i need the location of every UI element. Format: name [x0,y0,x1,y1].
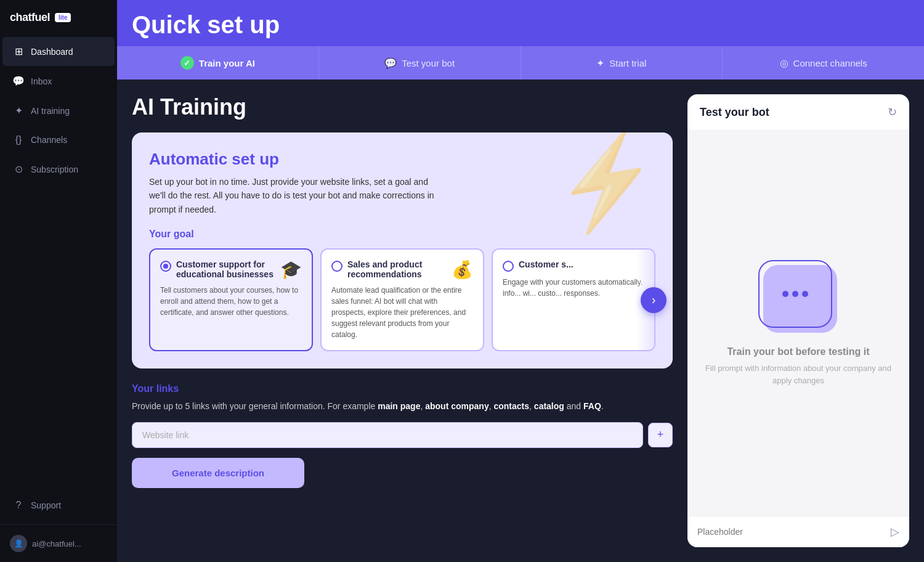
logo-badge: lite [55,13,71,22]
connect-channels-icon: ◎ [780,57,788,69]
sidebar-label-dashboard: Dashboard [31,47,73,57]
logo-area: chatfuel lite [0,0,117,36]
tab-label-connect-channels: Connect channels [793,58,867,68]
link-input-row: + [132,422,673,448]
refresh-icon[interactable]: ↻ [888,105,897,119]
goal-card-edu-title: Customer support for educational busines… [176,259,275,279]
send-icon[interactable]: ▷ [891,525,899,539]
ai-training-icon: ✦ [12,105,25,116]
sidebar-item-ai-training[interactable]: ✦ AI training [2,96,115,125]
sidebar-nav: ⊞ Dashboard 💬 Inbox ✦ AI training {} Cha… [0,36,117,264]
links-section-title: Your links [132,383,673,394]
goal-card-customer-header: Customer s... [503,259,644,272]
plus-icon: + [657,428,664,441]
subscription-icon: ⊙ [12,163,25,175]
goal-card-sales-header: Sales and product recommendations 💰 [331,259,473,280]
chat-illustration [758,260,838,334]
logo-text: chatfuel [10,11,50,24]
user-avatar: 👤 [10,535,27,552]
test-bot-input[interactable] [697,527,891,537]
tab-label-start-trial: Start trial [609,58,646,68]
tabs-row: ✓ Train your AI 💬 Test your bot ✦ Start … [117,46,924,79]
page-title: Quick set up [117,0,924,46]
train-ai-check-icon: ✓ [180,56,194,70]
goal-card-customer-desc: Engage with your customers automatically… [503,277,644,299]
links-section: Your links Provide up to 5 links with yo… [132,383,673,487]
sidebar: chatfuel lite ⊞ Dashboard 💬 Inbox ✦ AI t… [0,0,117,562]
goal-card-customer-title: Customer s... [519,259,644,269]
main-content: Quick set up ✓ Train your AI 💬 Test your… [117,0,924,562]
sidebar-label-ai-training: AI training [31,106,70,116]
inbox-icon: 💬 [12,75,25,87]
auto-setup-card: ⚡ Automatic set up Set up your bot in no… [132,132,673,369]
chat-dot-1 [782,291,788,297]
generate-description-button[interactable]: Generate description [132,458,304,488]
test-bot-icon: 💬 [384,57,397,69]
goal-card-customer[interactable]: Customer s... Engage with your customers… [492,248,655,351]
top-bar: Quick set up ✓ Train your AI 💬 Test your… [117,0,924,79]
user-section: 👤 ai@chatfuel... [0,524,117,562]
goal-card-edu-icon: 🎓 [280,259,302,280]
tab-train-ai[interactable]: ✓ Train your AI [117,46,319,79]
sidebar-label-subscription: Subscription [31,165,78,174]
auto-setup-description: Set up your bot in no time. Just provide… [149,175,445,216]
test-bot-title: Test your bot [700,106,769,119]
auto-setup-title: Automatic set up [149,150,655,169]
start-trial-icon: ✦ [596,57,604,69]
links-description: Provide up to 5 links with your general … [132,399,673,413]
goal-cards-next-btn[interactable]: › [641,287,667,313]
goal-cards: Customer support for educational busines… [149,248,655,351]
website-link-input[interactable] [132,422,643,448]
goal-card-edu-header: Customer support for educational busines… [160,259,302,280]
user-profile[interactable]: 👤 ai@chatfuel... [10,535,107,552]
chat-bubble-border [758,260,832,328]
lightning-decoration: ⚡ [546,132,667,234]
test-bot-header: Test your bot ↻ [687,94,909,131]
tab-label-test-bot: Test your bot [402,58,455,68]
support-icon: ? [12,500,25,511]
page-body: AI Training ⚡ Automatic set up Set up yo… [117,79,924,562]
tab-label-train-ai: Train your AI [199,58,255,68]
sidebar-label-inbox: Inbox [31,76,52,86]
tab-start-trial[interactable]: ✦ Start trial [521,46,723,79]
goal-card-sales-title: Sales and product recommendations [347,259,447,279]
sidebar-item-dashboard[interactable]: ⊞ Dashboard [2,37,115,66]
sidebar-label-channels: Channels [31,135,67,145]
goal-radio-edu [160,261,171,272]
goal-card-sales[interactable]: Sales and product recommendations 💰 Auto… [320,248,484,351]
test-bot-body: Train your bot before testing it Fill pr… [687,131,909,516]
sidebar-label-support: Support [31,500,61,510]
sidebar-item-channels[interactable]: {} Channels [2,126,115,154]
sidebar-item-inbox[interactable]: 💬 Inbox [2,67,115,96]
goal-section-title: Your goal [149,229,655,240]
left-panel: AI Training ⚡ Automatic set up Set up yo… [132,94,673,547]
tab-connect-channels[interactable]: ◎ Connect channels [723,46,924,79]
train-first-desc: Fill prompt with information about your … [702,362,894,386]
ai-training-heading: AI Training [132,94,673,120]
goal-radio-sales [331,261,342,272]
chat-dots [782,291,808,297]
add-link-button[interactable]: + [648,423,673,447]
chat-dot-2 [792,291,798,297]
test-bot-panel: Test your bot ↻ Train your bot before te… [687,94,909,547]
tab-test-bot[interactable]: 💬 Test your bot [319,46,521,79]
generate-btn-label: Generate description [172,468,264,478]
sidebar-item-subscription[interactable]: ⊙ Subscription [2,155,115,184]
dashboard-icon: ⊞ [12,46,25,57]
channels-icon: {} [12,134,25,145]
goal-radio-customer [503,261,514,272]
sidebar-item-support[interactable]: ? Support [2,491,115,519]
test-bot-input-row: ▷ [687,516,909,547]
goal-card-edu-desc: Tell customers about your courses, how t… [160,285,302,318]
train-first-title: Train your bot before testing it [727,346,869,357]
user-email: ai@chatfuel... [32,539,81,548]
goal-card-sales-icon: 💰 [452,259,473,280]
goal-cards-wrapper: Customer support for educational busines… [149,248,655,351]
goal-card-sales-desc: Automate lead qualification or the entir… [331,285,473,340]
goal-card-edu[interactable]: Customer support for educational busines… [149,248,313,351]
chat-dot-3 [802,291,808,297]
